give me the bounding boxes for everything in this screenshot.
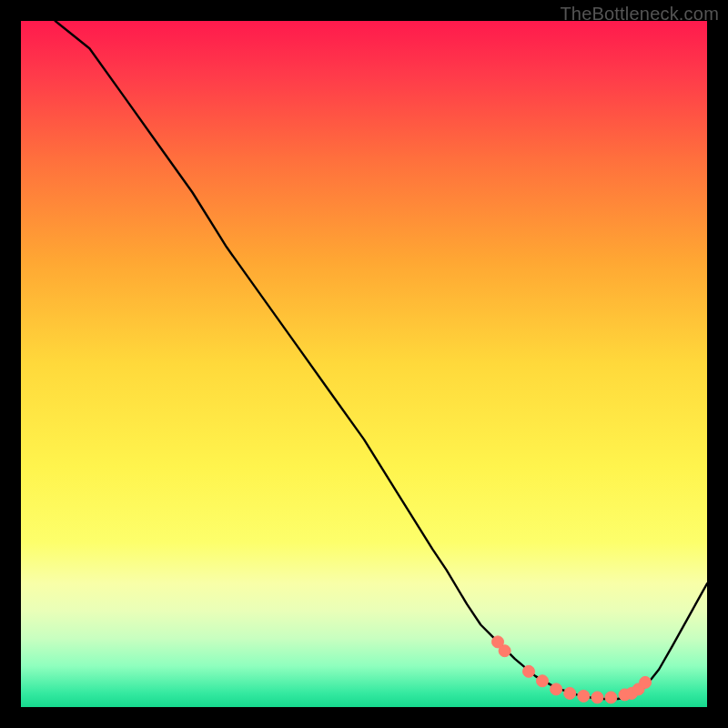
optimum-marker <box>592 692 603 703</box>
optimum-markers <box>492 636 652 703</box>
watermark-label: TheBottleneck.com <box>560 4 719 25</box>
chart-plot-area <box>21 21 707 707</box>
optimum-marker <box>564 687 576 699</box>
optimum-marker <box>578 690 590 702</box>
optimum-marker <box>523 665 535 677</box>
bottleneck-curve <box>56 21 707 699</box>
optimum-marker <box>551 683 562 695</box>
optimum-marker <box>499 645 511 657</box>
optimum-marker <box>537 675 549 687</box>
chart-svg <box>21 21 707 707</box>
optimum-marker <box>640 676 652 688</box>
optimum-marker <box>605 692 617 703</box>
